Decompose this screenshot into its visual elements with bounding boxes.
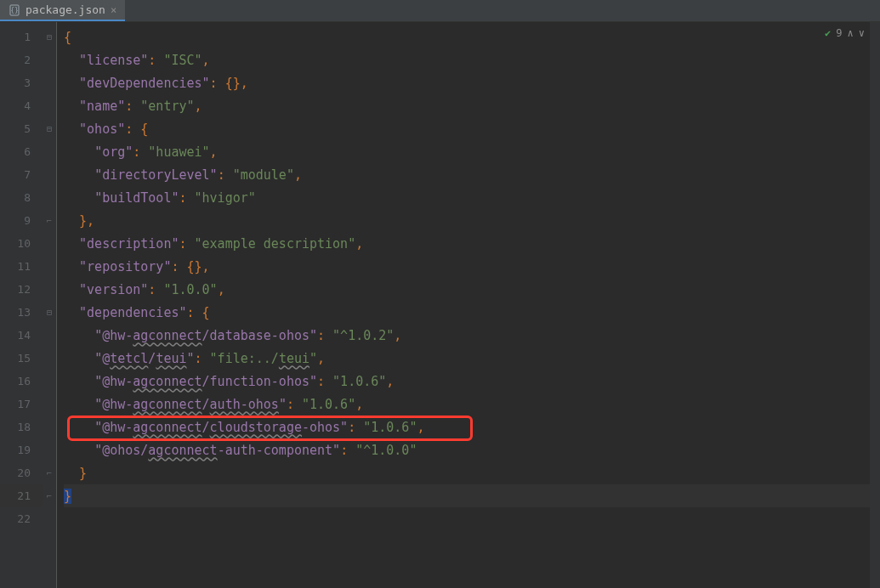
fold-marker	[43, 370, 56, 393]
line-number[interactable]: 22	[0, 507, 43, 530]
fold-marker	[43, 416, 56, 438]
code-line[interactable]: "@ohos/agconnect-auth-component": "^1.0.…	[64, 438, 880, 461]
chevron-down-icon[interactable]: ∨	[859, 27, 865, 39]
tab-bar: {} package.json ×	[0, 0, 880, 22]
close-icon[interactable]: ×	[111, 4, 116, 16]
fold-marker	[43, 232, 56, 255]
code-line[interactable]: "name": "entry",	[64, 94, 880, 117]
tab-label: package.json	[26, 3, 105, 16]
fold-marker[interactable]: ⌐	[43, 484, 56, 507]
fold-marker[interactable]: ⌐	[43, 461, 56, 484]
code-line[interactable]: "buildTool": "hvigor"	[64, 186, 880, 209]
line-number[interactable]: 6	[0, 140, 43, 163]
chevron-up-icon[interactable]: ∧	[848, 27, 854, 39]
line-number[interactable]: 14	[0, 324, 43, 347]
line-number[interactable]: 13	[0, 301, 43, 324]
line-number[interactable]: 18	[0, 416, 43, 438]
fold-marker[interactable]: ⌐	[43, 209, 56, 232]
fold-marker	[43, 71, 56, 94]
fold-marker	[43, 186, 56, 209]
fold-marker	[43, 324, 56, 347]
code-area[interactable]: ✔ 9 ∧ ∨ { "license": "ISC", "devDependen…	[56, 22, 880, 588]
code-line[interactable]: }	[64, 461, 880, 484]
fold-marker	[43, 94, 56, 117]
editor-area: 12345678910111213141516171819202122 ⊟⊟⌐⊟…	[0, 22, 880, 588]
fold-gutter: ⊟⊟⌐⊟⌐⌐	[43, 22, 56, 588]
code-line[interactable]: "@hw-agconnect/function-ohos": "1.0.6",	[64, 370, 880, 393]
line-number[interactable]: 2	[0, 48, 43, 71]
line-number[interactable]: 3	[0, 71, 43, 94]
line-number[interactable]: 21	[0, 484, 43, 507]
code-line[interactable]: "@hw-agconnect/database-ohos": "^1.0.2",	[64, 324, 880, 347]
line-number[interactable]: 16	[0, 370, 43, 393]
warning-count: 9	[836, 27, 842, 39]
fold-marker	[43, 438, 56, 461]
code-line[interactable]: "description": "example description",	[64, 232, 880, 255]
fold-marker	[43, 278, 56, 301]
line-number[interactable]: 11	[0, 255, 43, 278]
fold-marker	[43, 48, 56, 71]
code-line[interactable]: "org": "huawei",	[64, 140, 880, 163]
code-line[interactable]: "dependencies": {	[64, 301, 880, 324]
code-line[interactable]: },	[64, 209, 880, 232]
fold-marker[interactable]: ⊟	[43, 301, 56, 324]
check-icon: ✔	[825, 27, 831, 39]
inspection-status[interactable]: ✔ 9 ∧ ∨	[825, 27, 865, 39]
line-number[interactable]: 15	[0, 347, 43, 370]
line-number[interactable]: 4	[0, 94, 43, 117]
code-line[interactable]: "ohos": {	[64, 117, 880, 140]
error-stripe[interactable]	[870, 22, 880, 588]
line-number[interactable]: 17	[0, 393, 43, 416]
line-number[interactable]: 5	[0, 117, 43, 140]
code-line[interactable]	[64, 507, 880, 530]
line-number[interactable]: 8	[0, 186, 43, 209]
json-file-icon: {}	[9, 4, 20, 16]
fold-marker[interactable]: ⊟	[43, 25, 56, 48]
code-line[interactable]: "version": "1.0.0",	[64, 278, 880, 301]
fold-marker	[43, 393, 56, 416]
line-number[interactable]: 20	[0, 461, 43, 484]
tab-package-json[interactable]: {} package.json ×	[0, 0, 125, 21]
code-line[interactable]: }	[64, 484, 880, 507]
code-line[interactable]: {	[64, 25, 880, 48]
code-line[interactable]: "directoryLevel": "module",	[64, 163, 880, 186]
code-line[interactable]: "license": "ISC",	[64, 48, 880, 71]
code-line[interactable]: "@hw-agconnect/auth-ohos": "1.0.6",	[64, 393, 880, 416]
fold-marker	[43, 255, 56, 278]
svg-text:{}: {}	[10, 7, 19, 14]
fold-marker[interactable]: ⊟	[43, 117, 56, 140]
line-number[interactable]: 7	[0, 163, 43, 186]
code-line[interactable]: "@hw-agconnect/cloudstorage-ohos": "1.0.…	[64, 416, 880, 438]
code-line[interactable]: "repository": {},	[64, 255, 880, 278]
line-number[interactable]: 9	[0, 209, 43, 232]
line-number-gutter: 12345678910111213141516171819202122	[0, 22, 43, 588]
code-line[interactable]: "@tetcl/teui": "file:../teui",	[64, 347, 880, 370]
line-number[interactable]: 19	[0, 438, 43, 461]
fold-marker	[43, 163, 56, 186]
code-line[interactable]: "devDependencies": {},	[64, 71, 880, 94]
fold-marker	[43, 140, 56, 163]
line-number[interactable]: 12	[0, 278, 43, 301]
fold-marker	[43, 507, 56, 530]
line-number[interactable]: 10	[0, 232, 43, 255]
fold-marker	[43, 347, 56, 370]
line-number[interactable]: 1	[0, 25, 43, 48]
